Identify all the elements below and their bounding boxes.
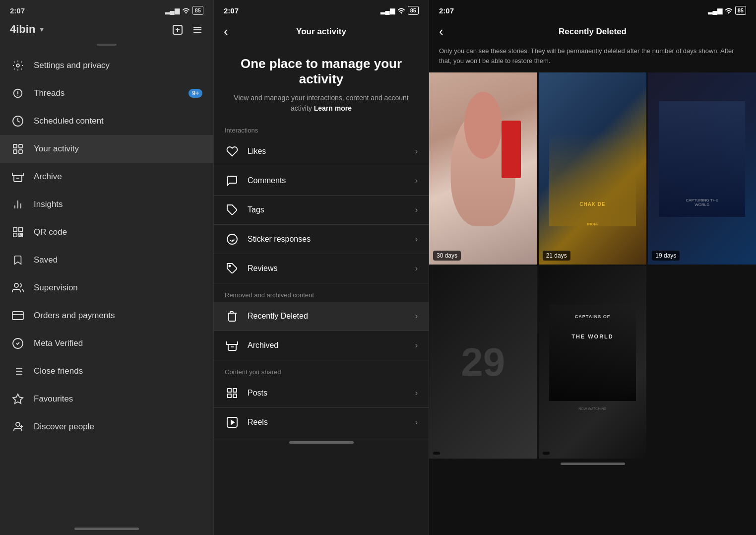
svg-rect-47 bbox=[228, 394, 231, 398]
learn-more-link[interactable]: Learn more bbox=[314, 104, 352, 112]
status-bar-2: 2:07 ▂▄▆ 85 bbox=[214, 0, 429, 19]
chevron-down-icon: ▼ bbox=[38, 25, 45, 33]
sidebar-label-activity: Your activity bbox=[34, 144, 79, 154]
sidebar-item-orders[interactable]: Orders and payments bbox=[0, 302, 213, 330]
activity-label-comments: Comments bbox=[248, 176, 407, 185]
sidebar-item-discover[interactable]: Discover people bbox=[0, 413, 213, 441]
activity-label-archived: Archived bbox=[248, 341, 407, 350]
review-icon bbox=[225, 261, 240, 276]
battery-3: 85 bbox=[735, 6, 746, 15]
bookmark-icon bbox=[11, 253, 25, 267]
deleted-item-2[interactable]: CHAK DE INDIA 21 days bbox=[539, 72, 647, 265]
svg-rect-44 bbox=[228, 389, 231, 392]
svg-rect-46 bbox=[233, 394, 237, 398]
svg-rect-45 bbox=[233, 389, 237, 392]
deleted-item-5[interactable]: CAPTAINS OF THE WORLD NOW WATCHING bbox=[539, 266, 647, 458]
activity-item-archived[interactable]: Archived › bbox=[214, 331, 429, 360]
battery-1: 85 bbox=[192, 6, 203, 15]
activity-label-deleted: Recently Deleted bbox=[248, 312, 407, 321]
sidebar-label-qr: QR code bbox=[34, 227, 67, 237]
activity-item-deleted[interactable]: Recently Deleted › bbox=[214, 302, 429, 331]
signal-icon-2: ▂▄▆ bbox=[380, 7, 395, 14]
home-indicator-3 bbox=[561, 463, 625, 465]
p3-header: ‹ Recently Deleted bbox=[429, 19, 756, 44]
sidebar-item-favourites[interactable]: Favourites bbox=[0, 385, 213, 413]
sidebar-item-insights[interactable]: Insights bbox=[0, 191, 213, 218]
sidebar-item-qr[interactable]: QR code bbox=[0, 218, 213, 246]
activity-label-posts: Posts bbox=[248, 389, 407, 398]
supervision-icon bbox=[11, 281, 25, 295]
days-badge-5 bbox=[543, 452, 550, 455]
chevron-right-tags: › bbox=[415, 205, 418, 214]
svg-rect-25 bbox=[12, 312, 23, 320]
p2-hero-heading: One place to manage your activity bbox=[229, 56, 414, 87]
status-bar-3: 2:07 ▂▄▆ 85 bbox=[429, 0, 756, 19]
grid-icon bbox=[225, 386, 240, 401]
play-icon bbox=[225, 415, 240, 430]
p2-header: ‹ Your activity bbox=[214, 19, 429, 46]
sidebar-item-close[interactable]: Close friends bbox=[0, 357, 213, 385]
clock-icon bbox=[11, 114, 25, 128]
signal-icon-3: ▂▄▆ bbox=[708, 7, 722, 14]
svg-rect-21 bbox=[19, 236, 20, 237]
card-icon bbox=[11, 309, 25, 323]
svg-rect-23 bbox=[21, 234, 22, 236]
activity-item-reels[interactable]: Reels › bbox=[214, 408, 429, 437]
home-indicator-2 bbox=[289, 441, 354, 444]
deleted-item-4[interactable]: 29 bbox=[429, 266, 537, 458]
sidebar-item-threads[interactable]: Threads 9+ bbox=[0, 79, 213, 107]
chevron-right-deleted: › bbox=[415, 312, 418, 321]
sidebar-menu: Settings and privacy Threads 9+ Schedule… bbox=[0, 52, 213, 524]
activity-item-posts[interactable]: Posts › bbox=[214, 379, 429, 408]
home-indicator-1 bbox=[74, 528, 139, 530]
activity-label-reels: Reels bbox=[248, 418, 407, 427]
star-icon bbox=[11, 392, 25, 406]
menu-icon[interactable] bbox=[191, 23, 203, 36]
svg-point-42 bbox=[229, 266, 231, 267]
sidebar-item-scheduled[interactable]: Scheduled content bbox=[0, 107, 213, 135]
chevron-right-reels: › bbox=[415, 418, 418, 427]
svg-marker-34 bbox=[13, 394, 23, 403]
activity-item-tags[interactable]: Tags › bbox=[214, 196, 429, 225]
sidebar-item-supervision[interactable]: Supervision bbox=[0, 274, 213, 302]
section-removed: Removed and archived content bbox=[214, 283, 429, 302]
add-icon[interactable] bbox=[172, 23, 184, 36]
svg-rect-10 bbox=[13, 150, 17, 153]
sidebar-label-discover: Discover people bbox=[34, 422, 94, 432]
person-add-icon bbox=[11, 420, 25, 434]
sidebar-item-settings[interactable]: Settings and privacy bbox=[0, 52, 213, 79]
sidebar-item-meta[interactable]: Meta Verified bbox=[0, 330, 213, 357]
sidebar-item-saved[interactable]: Saved bbox=[0, 246, 213, 274]
status-icons-1: ▂▄▆ 85 bbox=[165, 6, 203, 15]
svg-rect-18 bbox=[13, 233, 17, 237]
svg-marker-49 bbox=[231, 420, 234, 424]
deleted-item-3[interactable]: CAPTURING THEWORLD 19 days bbox=[648, 72, 756, 265]
archive-icon bbox=[11, 170, 25, 184]
activity-item-likes[interactable]: Likes › bbox=[214, 137, 429, 166]
username-display[interactable]: 4ibin ▼ bbox=[10, 23, 45, 36]
deleted-grid: 30 days CHAK DE INDIA 21 days CAPTURING … bbox=[429, 72, 756, 459]
back-button-3[interactable]: ‹ bbox=[439, 24, 443, 39]
activity-label-tags: Tags bbox=[248, 205, 407, 214]
panel-sidebar: 2:07 ▂▄▆ 85 4ibin ▼ bbox=[0, 0, 213, 535]
wifi-icon-3 bbox=[725, 6, 733, 14]
activity-item-reviews[interactable]: Reviews › bbox=[214, 254, 429, 283]
back-button-2[interactable]: ‹ bbox=[224, 24, 228, 39]
status-icons-2: ▂▄▆ 85 bbox=[380, 6, 419, 15]
comment-icon bbox=[225, 173, 240, 188]
deleted-item-1[interactable]: 30 days bbox=[429, 72, 537, 265]
days-badge-2: 21 days bbox=[543, 251, 570, 261]
sidebar-label-archive: Archive bbox=[34, 172, 62, 182]
wifi-icon-1 bbox=[182, 6, 190, 14]
drag-indicator bbox=[97, 44, 117, 46]
activity-item-sticker[interactable]: Sticker responses › bbox=[214, 225, 429, 254]
activity-item-comments[interactable]: Comments › bbox=[214, 166, 429, 196]
p2-hero-section: One place to manage your activity View a… bbox=[214, 46, 429, 119]
chevron-right-sticker: › bbox=[415, 235, 418, 244]
p2-hero-subtitle: View and manage your interactions, conte… bbox=[229, 93, 414, 114]
svg-point-24 bbox=[14, 283, 18, 287]
sidebar-item-archive[interactable]: Archive bbox=[0, 163, 213, 191]
p2-page-title: Your activity bbox=[296, 27, 346, 37]
sidebar-item-activity[interactable]: Your activity bbox=[0, 135, 213, 163]
insights-icon bbox=[11, 198, 25, 211]
